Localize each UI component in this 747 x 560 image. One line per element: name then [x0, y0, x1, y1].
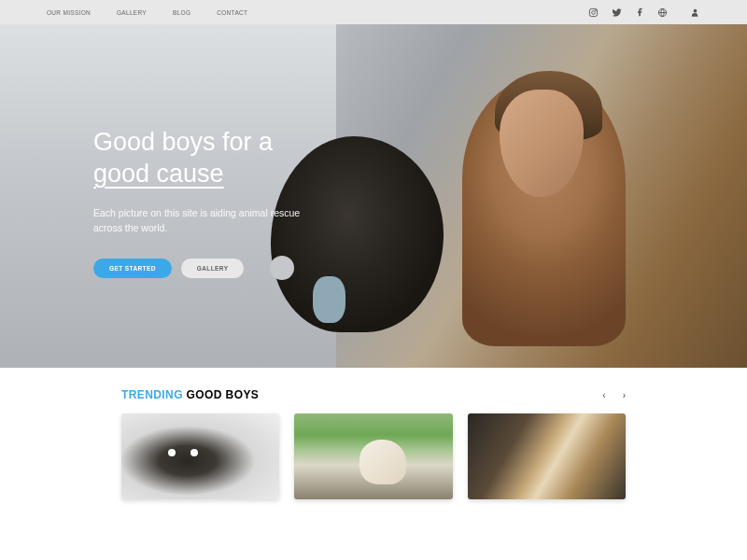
trending-card-1[interactable]: [121, 413, 279, 499]
carousel-prev-icon[interactable]: ‹: [602, 390, 605, 400]
trending-card-2[interactable]: [294, 413, 452, 499]
nav-contact[interactable]: CONTACT: [217, 9, 247, 16]
trending-cards: [121, 413, 626, 499]
hero-subtitle: Each picture on this site is aiding anim…: [93, 205, 308, 236]
hero-section: Good boys for a good cause Each picture …: [0, 24, 747, 368]
trending-section: TRENDING GOOD BOYS ‹ ›: [0, 368, 747, 499]
top-navbar: OUR MISSION GALLERY BLOG CONTACT: [0, 0, 747, 24]
globe-icon[interactable]: [657, 7, 668, 18]
carousel-indicator[interactable]: [270, 256, 294, 280]
nav-links: OUR MISSION GALLERY BLOG CONTACT: [47, 9, 247, 16]
social-icons: [588, 7, 700, 18]
trending-header: TRENDING GOOD BOYS ‹ ›: [121, 388, 626, 401]
trending-title: TRENDING GOOD BOYS: [121, 388, 259, 401]
instagram-icon[interactable]: [588, 7, 599, 18]
nav-gallery[interactable]: GALLERY: [117, 9, 147, 16]
nav-blog[interactable]: BLOG: [173, 9, 190, 16]
get-started-button[interactable]: GET STARTED: [93, 259, 172, 278]
svg-point-1: [592, 10, 596, 14]
twitter-icon[interactable]: [612, 7, 622, 18]
carousel-next-icon[interactable]: ›: [623, 390, 626, 400]
nav-mission[interactable]: OUR MISSION: [47, 9, 91, 16]
svg-point-2: [596, 9, 597, 10]
gallery-button[interactable]: GALLERY: [181, 259, 245, 278]
svg-point-4: [694, 8, 698, 12]
hero-title: Good boys for a good cause: [93, 127, 308, 190]
trending-card-3[interactable]: [468, 413, 626, 499]
facebook-icon[interactable]: [635, 7, 644, 17]
carousel-nav: ‹ ›: [602, 390, 626, 400]
user-icon[interactable]: [690, 7, 700, 18]
hero-buttons: GET STARTED GALLERY: [93, 256, 308, 280]
hero-content: Good boys for a good cause Each picture …: [93, 127, 308, 280]
